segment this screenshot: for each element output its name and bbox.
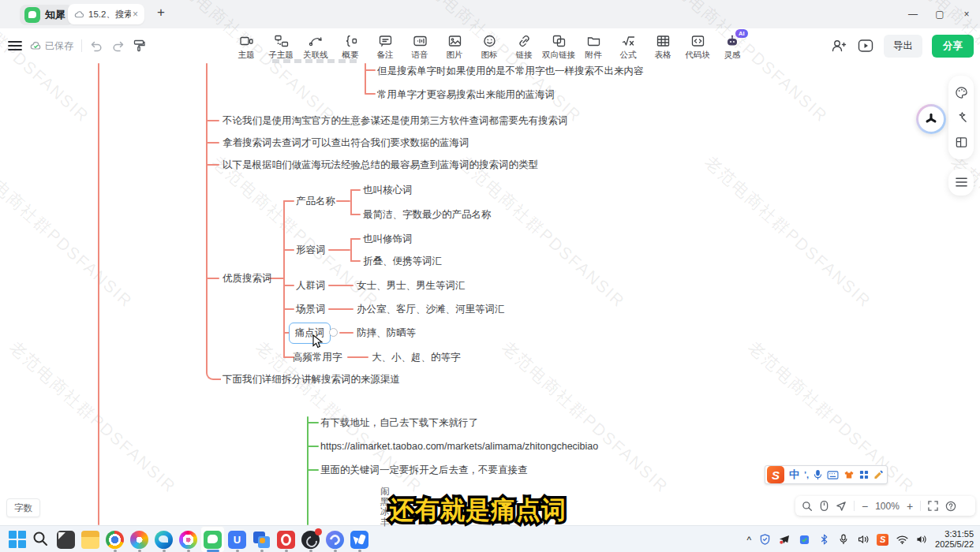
taskbar-edge-browser[interactable] — [151, 526, 176, 552]
defender-shield-icon[interactable] — [758, 534, 771, 545]
taskbar-paper-plane-app[interactable] — [347, 526, 372, 552]
taskbar-dark-app[interactable] — [54, 526, 78, 552]
ai-assistant-button[interactable] — [916, 104, 946, 134]
taskbar-media-app[interactable] — [176, 526, 200, 552]
mindmap-node[interactable]: 不论我们是使用淘宝官方的生意参谋还是使用第三方软件查词都需要先有搜索词 — [223, 114, 568, 128]
toolbar-item-bilink[interactable]: 双向链接 — [541, 30, 576, 61]
mindmap-node[interactable]: 产品名称 — [296, 195, 335, 208]
taskbar-red-o-app[interactable] — [274, 526, 298, 552]
toolbar-item-topic[interactable]: 主题 — [229, 30, 264, 61]
taskbar-start-button[interactable] — [5, 526, 29, 552]
ime-tools-icon[interactable] — [873, 470, 885, 479]
mindmap-node[interactable]: 也叫核心词 — [363, 184, 413, 197]
mindmap-node[interactable]: 女士、男士、男生等词汇 — [357, 279, 466, 293]
close-button[interactable]: × — [953, 0, 980, 28]
mindmap-node[interactable]: 拿着搜索词去查词才可以查出符合我们要求数据的蓝海词 — [223, 136, 469, 150]
locate-center-icon[interactable] — [836, 501, 847, 512]
tab-close-icon[interactable]: × — [131, 9, 140, 20]
mindmap-node[interactable]: 形容词 — [296, 244, 326, 257]
mindmap-node[interactable]: 里面的关键词一定要拆开之后去查，不要直接查 — [320, 464, 528, 477]
mindmap-node[interactable]: 有下载地址，自己去下载下来就行了 — [320, 416, 478, 430]
mindmap-node[interactable]: 优质搜索词 — [223, 272, 272, 285]
mindmap-node[interactable]: 常用单字才更容易搜索出来能用的蓝海词 — [377, 88, 555, 102]
share-button[interactable]: 分享 — [932, 35, 974, 58]
mindmap-node[interactable]: 最简洁、字数最少的产品名称 — [363, 208, 492, 222]
drag-mode-icon[interactable] — [820, 500, 829, 512]
presentation-icon[interactable] — [857, 38, 874, 54]
toolbar-item-image[interactable]: 图片 — [437, 30, 472, 61]
tray-mic-icon[interactable] — [837, 534, 850, 545]
mindmap-node[interactable]: 但是搜索单字时如果使用的是不常用字也一样搜索不出来内容 — [377, 65, 644, 78]
volume-icon[interactable] — [915, 535, 928, 544]
zoom-level[interactable]: 100% — [875, 501, 900, 512]
audio-device-icon[interactable] — [857, 535, 870, 544]
redo-icon[interactable] — [111, 40, 125, 52]
ime-mic-icon[interactable] — [814, 469, 822, 480]
toolbar-item-formula[interactable]: 公式 — [611, 30, 645, 61]
bluetooth-icon[interactable] — [817, 534, 830, 545]
new-tab-button[interactable]: + — [157, 5, 165, 21]
zoom-in-button[interactable]: + — [907, 501, 913, 512]
taskbar-file-explorer[interactable] — [78, 526, 103, 552]
toolbar-item-link[interactable]: 链接 — [507, 30, 541, 61]
taskbar-obs-studio[interactable] — [298, 526, 323, 552]
taskbar-windows-overlap-app[interactable] — [249, 526, 274, 552]
format-painter-icon[interactable] — [133, 39, 145, 52]
zoom-out-button[interactable]: − — [862, 501, 868, 512]
taskbar-chrome-browser[interactable] — [103, 526, 127, 552]
ime-keyboard-icon[interactable] — [827, 471, 839, 479]
sogou-logo-icon[interactable]: S — [767, 466, 784, 483]
tray-chevron-icon[interactable]: ^ — [746, 535, 751, 546]
taskbar-ring-app[interactable] — [323, 526, 347, 552]
mindmap-node[interactable]: 也叫修饰词 — [363, 233, 413, 246]
sogou-tray-icon[interactable]: S — [877, 534, 888, 546]
mindmap-node[interactable]: https://alimarket.taobao.com/markets/ali… — [320, 441, 598, 452]
help-icon[interactable] — [945, 501, 956, 512]
mindmap-node[interactable]: 办公室、客厅、沙滩、河里等词汇 — [357, 303, 505, 316]
magic-wand-icon[interactable] — [955, 110, 968, 124]
ime-apps-grid-icon[interactable] — [859, 470, 869, 479]
collaborate-icon[interactable] — [830, 38, 847, 54]
ime-skin-shirt-icon[interactable] — [843, 470, 855, 479]
search-canvas-icon[interactable] — [802, 501, 813, 512]
toolbar-item-inspiration[interactable]: AI灵感 — [715, 30, 750, 61]
ime-lang-toggle[interactable]: 中 — [789, 468, 799, 482]
collapse-handle[interactable] — [329, 328, 338, 337]
ime-punct-toggle[interactable]: ’, — [804, 470, 809, 479]
hamburger-menu-icon[interactable] — [8, 40, 22, 51]
toolbar-item-relation[interactable]: 关联线 — [298, 30, 333, 61]
toolbar-item-summary[interactable]: 概要 — [333, 30, 368, 61]
taskbar-clock[interactable]: 3:31:55 2025/5/22 — [935, 529, 977, 550]
toolbar-item-note[interactable]: 备注 — [368, 30, 402, 61]
toolbar-item-attachment[interactable]: 附件 — [576, 30, 611, 61]
mindmap-node[interactable]: 大、小、超、的等字 — [372, 351, 461, 364]
mindmap-node-selected[interactable]: 痛点词 — [289, 323, 331, 344]
undo-icon[interactable] — [90, 40, 103, 52]
toolbar-item-icon[interactable]: 图标 — [472, 30, 507, 61]
maximize-button[interactable]: ▢ — [926, 0, 953, 28]
taskbar-colorful-browser[interactable] — [127, 526, 151, 552]
mindmap-canvas[interactable] — [0, 63, 980, 525]
layout-icon[interactable] — [955, 136, 968, 149]
fit-screen-icon[interactable] — [928, 501, 938, 511]
toolbar-item-subtopic[interactable]: 子主题 — [264, 30, 298, 61]
toolbar-item-code[interactable]: 代码块 — [680, 30, 715, 61]
green-utility-icon[interactable] — [798, 535, 810, 545]
mindmap-node[interactable]: 防摔、防晒等 — [357, 326, 416, 340]
palette-icon[interactable] — [955, 86, 968, 99]
mindmap-node[interactable]: 高频常用字 — [293, 351, 342, 364]
taskbar-zhixi-app[interactable] — [200, 526, 225, 552]
document-tab[interactable]: 15.2、搜索... × — [68, 4, 144, 24]
outline-list-icon[interactable] — [955, 177, 968, 188]
toolbar-item-voice[interactable]: 语音 — [402, 30, 437, 61]
app-logo[interactable]: 知犀 — [20, 5, 73, 25]
minimize-button[interactable]: — — [900, 0, 926, 28]
taskbar-taskbar-search[interactable] — [29, 526, 54, 552]
export-button[interactable]: 导出 — [884, 35, 922, 58]
telegram-icon[interactable] — [778, 535, 791, 545]
mindmap-node[interactable]: 折叠、便携等词汇 — [363, 255, 442, 268]
wifi-icon[interactable] — [896, 535, 908, 544]
taskbar-u-app[interactable]: U — [225, 526, 249, 552]
mindmap-node[interactable]: 以下是根据咱们做蓝海玩法经验总结的最容易查到蓝海词的搜索词的类型 — [223, 159, 538, 172]
mindmap-node[interactable]: 人群词 — [296, 279, 326, 293]
